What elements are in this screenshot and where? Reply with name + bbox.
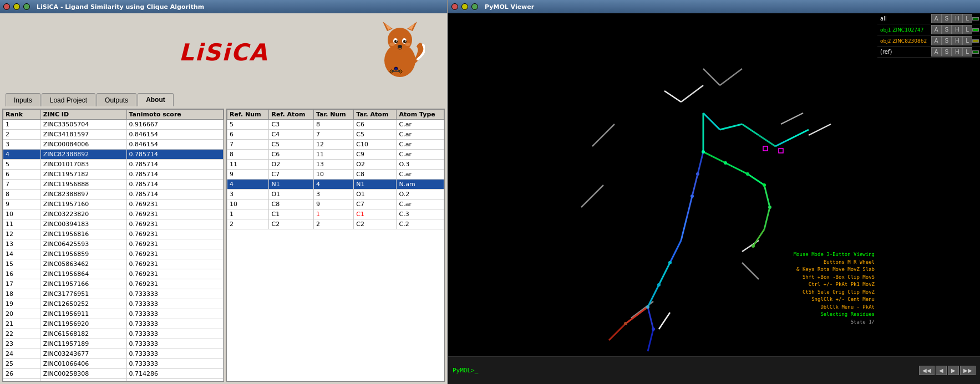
pymol-main: Mouse Mode 3-Button Viewing Buttons M R …: [448, 13, 980, 356]
results-row[interactable]: 20ZINC119569110.733333: [3, 309, 224, 319]
pymol-obj1-btn-a[interactable]: A: [931, 25, 942, 34]
results-row[interactable]: 1ZINC335057040.916667: [3, 120, 224, 130]
pymol-sidebar: all A S H L obj1 ZINC102747 A S H L obj2…: [877, 13, 980, 356]
results-row[interactable]: 9ZINC119571600.769231: [3, 199, 224, 209]
results-row[interactable]: 2ZINC341815970.846154: [3, 130, 224, 140]
close-button[interactable]: [3, 3, 10, 10]
results-row[interactable]: 3ZINC000840060.846154: [3, 140, 224, 150]
minimize-button[interactable]: [13, 3, 20, 10]
atoms-row[interactable]: 2C22C2C.2: [227, 219, 444, 229]
tab-about[interactable]: About: [138, 93, 174, 106]
svg-point-9: [403, 40, 407, 43]
atoms-row[interactable]: 11O213O2O.3: [227, 160, 444, 170]
pymol-nav-next[interactable]: ▶: [948, 366, 959, 375]
pymol-command-prompt[interactable]: PyMOL>_: [453, 367, 478, 374]
pymol-obj-all-btn-h[interactable]: H: [952, 14, 962, 23]
results-row[interactable]: 11ZINC003941830.769231: [3, 219, 224, 229]
svg-point-72: [652, 327, 655, 331]
pymol-obj1-btn-r[interactable]: [972, 28, 979, 32]
results-row[interactable]: 6ZINC119571820.785714: [3, 170, 224, 180]
svg-point-10: [396, 40, 397, 42]
lisica-title: LiSiCA - Ligand Similarity using Clique …: [37, 3, 204, 11]
pymol-obj-ref: (ref) A S H L: [877, 47, 980, 58]
pymol-minimize-button[interactable]: [461, 3, 468, 10]
pymol-close-button[interactable]: [451, 3, 458, 10]
pymol-obj-obj1: obj1 ZINC102747 A S H L: [877, 24, 980, 35]
results-row[interactable]: 5ZINC010170830.785714: [3, 160, 224, 170]
results-row[interactable]: 23ZINC119571890.733333: [3, 339, 224, 349]
results-row[interactable]: 21ZINC119569200.733333: [3, 319, 224, 329]
atoms-row[interactable]: 7C512C10C.ar: [227, 140, 444, 150]
pymol-ref-btn-l[interactable]: L: [962, 47, 972, 57]
atoms-row[interactable]: 4N14N1N.am: [227, 180, 444, 190]
pymol-obj2-btn-a[interactable]: A: [931, 36, 942, 45]
results-row[interactable]: 27ZINC116383050.714286: [3, 379, 224, 382]
svg-point-12: [398, 45, 402, 48]
pymol-maximize-button[interactable]: [471, 3, 478, 10]
svg-point-65: [690, 194, 694, 198]
svg-point-71: [624, 322, 627, 325]
atoms-row[interactable]: 1C11C1C.3: [227, 209, 444, 219]
results-row[interactable]: 15ZINC058634620.769231: [3, 259, 224, 269]
svg-point-8: [394, 40, 398, 43]
atoms-row[interactable]: 9C710C8C.ar: [227, 170, 444, 180]
results-row[interactable]: 17ZINC119571660.769231: [3, 279, 224, 289]
pymol-obj-all-btn-l[interactable]: L: [962, 14, 972, 23]
svg-point-67: [751, 244, 755, 248]
pymol-nav-buttons: ◀◀ ◀ ▶ ▶▶: [919, 366, 976, 375]
svg-point-64: [696, 172, 699, 176]
pymol-obj2-btn-s[interactable]: S: [942, 36, 952, 45]
results-row[interactable]: 26ZINC002583080.714286: [3, 369, 224, 379]
atoms-table-container[interactable]: Ref. Num Ref. Atom Tar. Num Tar. Atom At…: [226, 109, 445, 382]
pymol-nav-first[interactable]: ◀◀: [919, 366, 935, 375]
pymol-obj-obj2: obj2 ZINC8230862 A S H L: [877, 35, 980, 47]
pymol-obj-all-btn-s[interactable]: S: [942, 14, 952, 23]
tab-inputs[interactable]: Inputs: [6, 93, 40, 106]
results-row[interactable]: 13ZINC064255930.769231: [3, 239, 224, 249]
pymol-ref-btn-r[interactable]: [972, 50, 979, 54]
atoms-row[interactable]: 10C89C7C.ar: [227, 199, 444, 209]
pymol-obj1-btn-h[interactable]: H: [952, 25, 962, 34]
lisica-content: Rank ZINC ID Tanimoto score 1ZINC3350570…: [0, 106, 447, 384]
pymol-nav-last[interactable]: ▶▶: [960, 366, 976, 375]
pymol-nav-prev[interactable]: ◀: [936, 366, 947, 375]
results-row[interactable]: 24ZINC032436770.733333: [3, 349, 224, 359]
pymol-obj2-btn-r[interactable]: [972, 39, 979, 43]
pymol-ref-btn-s[interactable]: S: [942, 47, 952, 57]
results-row[interactable]: 19ZINC126502520.733333: [3, 299, 224, 309]
tab-outputs[interactable]: Outputs: [97, 93, 136, 106]
results-row[interactable]: 7ZINC119568880.785714: [3, 180, 224, 190]
results-row[interactable]: 22ZINC615681820.733333: [3, 329, 224, 339]
results-row[interactable]: 10ZINC032238200.769231: [3, 209, 224, 219]
svg-point-14: [405, 43, 410, 46]
atoms-row[interactable]: 5C38C6C.ar: [227, 120, 444, 130]
maximize-button[interactable]: [23, 3, 30, 10]
pymol-obj1-btn-s[interactable]: S: [942, 25, 952, 34]
results-row[interactable]: 16ZINC119568640.769231: [3, 269, 224, 279]
results-row[interactable]: 14ZINC119568590.769231: [3, 249, 224, 259]
atoms-row[interactable]: 3O13O1O.2: [227, 190, 444, 199]
col-ref-num: Ref. Num: [227, 110, 269, 120]
pymol-obj-all-btn-r[interactable]: [972, 17, 979, 21]
pymol-ref-btn-h[interactable]: H: [952, 47, 962, 57]
pymol-obj-all-btn-a[interactable]: A: [931, 14, 942, 23]
results-row[interactable]: 25ZINC010664060.733333: [3, 359, 224, 369]
pymol-obj2-btn-l[interactable]: L: [962, 36, 972, 45]
pymol-ref-btn-a[interactable]: A: [931, 47, 942, 57]
results-row[interactable]: 4ZINC823888920.785714: [3, 150, 224, 160]
lisica-tabs: Inputs Load Project Outputs About: [0, 91, 447, 106]
results-row[interactable]: 8ZINC823888970.785714: [3, 190, 224, 199]
results-row[interactable]: 12ZINC119568160.769231: [3, 229, 224, 239]
col-tar-atom: Tar. Atom: [354, 110, 397, 120]
tab-load-project[interactable]: Load Project: [42, 93, 95, 106]
pymol-obj2-btn-h[interactable]: H: [952, 36, 962, 45]
pymol-obj1-btn-l[interactable]: L: [962, 25, 972, 34]
atoms-row[interactable]: 8C611C9C.ar: [227, 150, 444, 160]
results-table-container[interactable]: Rank ZINC ID Tanimoto score 1ZINC3350570…: [2, 109, 224, 382]
results-row[interactable]: 18ZINC317769510.733333: [3, 289, 224, 299]
pymol-viewport[interactable]: Mouse Mode 3-Button Viewing Buttons M R …: [448, 13, 877, 356]
col-tanimoto: Tanimoto score: [126, 110, 224, 120]
col-atom-type: Atom Type: [397, 110, 444, 120]
atoms-row[interactable]: 6C47C5C.ar: [227, 130, 444, 140]
svg-point-1: [388, 28, 412, 52]
